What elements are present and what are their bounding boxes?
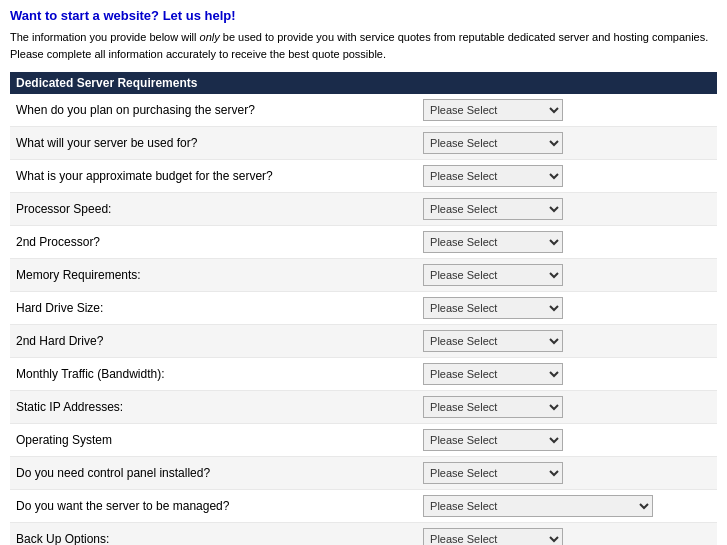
select-5[interactable]: Please Select bbox=[423, 264, 563, 286]
field-control-11: Please Select bbox=[417, 457, 717, 490]
field-control-7: Please Select bbox=[417, 325, 717, 358]
select-4[interactable]: Please Select bbox=[423, 231, 563, 253]
select-2[interactable]: Please Select bbox=[423, 165, 563, 187]
select-3[interactable]: Please Select bbox=[423, 198, 563, 220]
field-label-11: Do you need control panel installed? bbox=[10, 457, 417, 490]
field-label-8: Monthly Traffic (Bandwidth): bbox=[10, 358, 417, 391]
field-label-7: 2nd Hard Drive? bbox=[10, 325, 417, 358]
select-7[interactable]: Please Select bbox=[423, 330, 563, 352]
page-title: Want to start a website? Let us help! bbox=[10, 8, 717, 23]
field-label-13: Back Up Options: bbox=[10, 523, 417, 546]
field-control-8: Please Select bbox=[417, 358, 717, 391]
select-0[interactable]: Please Select bbox=[423, 99, 563, 121]
field-label-4: 2nd Processor? bbox=[10, 226, 417, 259]
intro-paragraph: The information you provide below will o… bbox=[10, 29, 717, 62]
field-control-9: Please Select bbox=[417, 391, 717, 424]
select-10[interactable]: Please Select bbox=[423, 429, 563, 451]
select-9[interactable]: Please Select bbox=[423, 396, 563, 418]
field-control-6: Please Select bbox=[417, 292, 717, 325]
section-header: Dedicated Server Requirements bbox=[10, 72, 717, 94]
select-12[interactable]: Please Select bbox=[423, 495, 653, 517]
field-label-6: Hard Drive Size: bbox=[10, 292, 417, 325]
field-control-10: Please Select bbox=[417, 424, 717, 457]
field-control-1: Please Select bbox=[417, 127, 717, 160]
field-control-12: Please Select bbox=[417, 490, 717, 523]
requirements-table: When do you plan on purchasing the serve… bbox=[10, 94, 717, 545]
field-label-12: Do you want the server to be managed? bbox=[10, 490, 417, 523]
select-6[interactable]: Please Select bbox=[423, 297, 563, 319]
field-label-9: Static IP Addresses: bbox=[10, 391, 417, 424]
field-label-1: What will your server be used for? bbox=[10, 127, 417, 160]
field-control-3: Please Select bbox=[417, 193, 717, 226]
select-11[interactable]: Please Select bbox=[423, 462, 563, 484]
field-control-13: Please Select bbox=[417, 523, 717, 546]
field-control-5: Please Select bbox=[417, 259, 717, 292]
select-8[interactable]: Please Select bbox=[423, 363, 563, 385]
field-label-0: When do you plan on purchasing the serve… bbox=[10, 94, 417, 127]
field-control-0: Please Select bbox=[417, 94, 717, 127]
field-label-10: Operating System bbox=[10, 424, 417, 457]
field-control-4: Please Select bbox=[417, 226, 717, 259]
field-label-5: Memory Requirements: bbox=[10, 259, 417, 292]
select-1[interactable]: Please Select bbox=[423, 132, 563, 154]
select-13[interactable]: Please Select bbox=[423, 528, 563, 545]
field-label-3: Processor Speed: bbox=[10, 193, 417, 226]
field-label-2: What is your approximate budget for the … bbox=[10, 160, 417, 193]
field-control-2: Please Select bbox=[417, 160, 717, 193]
